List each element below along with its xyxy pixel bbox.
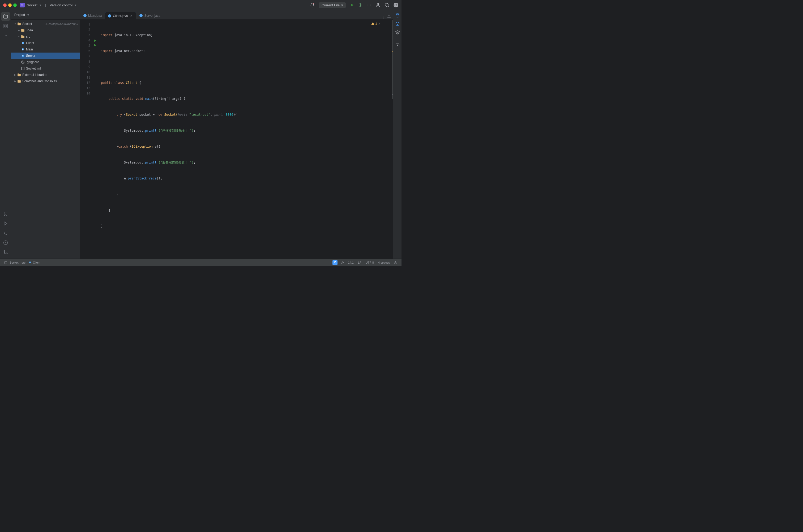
- project-title: Project ▾: [14, 13, 29, 17]
- tab-label-server: Server.java: [144, 14, 160, 18]
- search-icon[interactable]: [385, 3, 389, 7]
- sidebar-item-problems[interactable]: [1, 239, 10, 247]
- minimize-button[interactable]: [8, 3, 12, 7]
- warning-expand-icon[interactable]: ∧: [378, 22, 380, 25]
- tree-item-external-libs[interactable]: ▶ External Libraries: [11, 72, 80, 78]
- run-icon[interactable]: [350, 3, 354, 7]
- tab-client-java[interactable]: Client.java ✕: [105, 12, 136, 19]
- breadcrumb-client[interactable]: Client: [33, 261, 40, 264]
- tab-icon-client: [108, 14, 111, 18]
- gitignore-icon: [21, 60, 25, 64]
- tree-item-main[interactable]: M Main: [11, 46, 80, 53]
- warning-count: 2: [375, 22, 377, 25]
- status-share-icon[interactable]: [393, 261, 398, 264]
- tree-item-scratches[interactable]: ▶ Scratches and Consoles: [11, 78, 80, 84]
- notification-bell-icon[interactable]: [387, 15, 391, 19]
- sidebar-item-more[interactable]: ···: [1, 31, 10, 40]
- status-position[interactable]: 14:1: [347, 261, 355, 264]
- warning-badge[interactable]: 2 ∧: [371, 22, 380, 25]
- svg-line-28: [22, 62, 24, 63]
- gutter-empty-8: [93, 58, 99, 63]
- run-button-class[interactable]: ▶: [93, 38, 97, 42]
- tab-bar-actions: ⋮: [379, 15, 393, 19]
- tree-arrow-idea: ▶: [17, 28, 21, 32]
- tree-item-client[interactable]: C Client: [11, 40, 80, 46]
- line-num-8: 8: [80, 59, 93, 64]
- sidebar-item-bookmarks[interactable]: [1, 210, 10, 218]
- project-header[interactable]: Project ▾: [11, 10, 80, 20]
- settings-icon[interactable]: [394, 3, 398, 7]
- vcs-caret: ▾: [75, 3, 76, 7]
- breadcrumb-src[interactable]: src: [21, 261, 25, 264]
- folder-icon-src: [21, 35, 25, 39]
- tab-close-client[interactable]: ✕: [129, 14, 133, 18]
- vim-indicator: V: [333, 260, 337, 265]
- editor-content: 1 2 3 4 5 6 7 8 9 10 11 12 13 14 ▶: [80, 20, 393, 259]
- folder-open-icon: [17, 22, 21, 26]
- code-line-3: [101, 64, 391, 70]
- tree-item-gitignore[interactable]: ▶ .gitignore: [11, 59, 80, 65]
- close-button[interactable]: [3, 3, 7, 7]
- right-panel-copilot-icon[interactable]: [394, 21, 401, 27]
- code-line-5: public static void main(String[] args) {: [101, 96, 391, 101]
- maximize-button[interactable]: [13, 3, 17, 7]
- svg-marker-14: [4, 222, 7, 225]
- tab-more-icon[interactable]: ⋮: [381, 15, 385, 19]
- status-indentation[interactable]: 4 spaces: [377, 261, 391, 264]
- status-line-ending[interactable]: LF: [357, 261, 362, 264]
- tab-main-java[interactable]: Main.java: [80, 12, 105, 19]
- sidebar-item-terminal[interactable]: [1, 229, 10, 237]
- svg-point-3: [360, 4, 361, 5]
- breadcrumb-sep-1: ›: [20, 261, 21, 264]
- status-right: V 14:1 LF UTF-8 4 spaces: [333, 260, 398, 265]
- sidebar-item-structure[interactable]: [1, 22, 10, 30]
- sidebar-bottom-icons: [1, 210, 10, 259]
- tree-path-socket: ~/Desktop/CS/JavaWeb/C: [44, 22, 78, 25]
- code-line-10: e.printStackTrace();: [101, 176, 391, 181]
- tree-item-src[interactable]: ▾ src: [11, 34, 80, 40]
- current-file-caret: ▾: [341, 3, 343, 7]
- status-encoding[interactable]: UTF-8: [365, 261, 375, 264]
- sidebar-item-git[interactable]: [1, 248, 10, 256]
- tree-item-idea[interactable]: ▶ .idea: [11, 27, 80, 34]
- notification-icon[interactable]: !: [310, 3, 315, 7]
- more-actions-icon[interactable]: [367, 3, 371, 7]
- tree-item-server[interactable]: S Server: [11, 53, 80, 59]
- tree-item-socket[interactable]: ▾ Socket ~/Desktop/CS/JavaWeb/C: [11, 21, 80, 27]
- status-power-icon[interactable]: [340, 261, 345, 264]
- right-panel-db-icon[interactable]: [394, 12, 401, 19]
- code-line-4: public class Client {: [101, 80, 391, 86]
- line-num-4: 4: [80, 38, 93, 43]
- tab-server-java[interactable]: Server.java: [136, 12, 163, 19]
- status-folder-icon[interactable]: [3, 261, 8, 264]
- tree-item-socketiml[interactable]: ▶ Socket.iml: [11, 65, 80, 72]
- svg-point-19: [6, 253, 7, 254]
- warning-marker: [392, 52, 393, 52]
- project-name[interactable]: Socket: [27, 3, 37, 7]
- traffic-lights: [3, 3, 17, 7]
- right-panel: [393, 10, 401, 259]
- right-panel-ai-assistant-icon[interactable]: [394, 42, 401, 49]
- tab-label-client: Client.java: [113, 14, 128, 18]
- sidebar-item-folder[interactable]: [1, 12, 10, 21]
- profile-icon[interactable]: [375, 3, 380, 7]
- sidebar-item-run[interactable]: [1, 219, 10, 228]
- run-button-main[interactable]: ▶: [93, 43, 97, 47]
- code-line-12: }: [101, 208, 391, 213]
- code-area[interactable]: import java.io.IOException; import java.…: [99, 20, 391, 259]
- right-panel-ai-icon[interactable]: [394, 29, 401, 36]
- current-file-button[interactable]: Current File ▾: [319, 2, 346, 8]
- tree-label-main: Main: [26, 48, 78, 51]
- gutter-empty-13: [93, 85, 99, 90]
- gutter-empty-14: [93, 90, 99, 95]
- svg-rect-11: [6, 24, 7, 25]
- iml-icon: [21, 66, 25, 71]
- debug-icon[interactable]: [358, 3, 363, 7]
- right-panel-divider: [394, 39, 401, 39]
- breadcrumb-socket[interactable]: Socket: [10, 261, 19, 264]
- editor-scrollbar[interactable]: [391, 20, 393, 259]
- svg-point-5: [369, 5, 370, 5]
- code-line-7: System.out.println("已连接到服务端！ ");: [101, 128, 391, 133]
- status-line-ending-text: LF: [358, 261, 361, 264]
- vcs-label[interactable]: Version control: [50, 3, 73, 7]
